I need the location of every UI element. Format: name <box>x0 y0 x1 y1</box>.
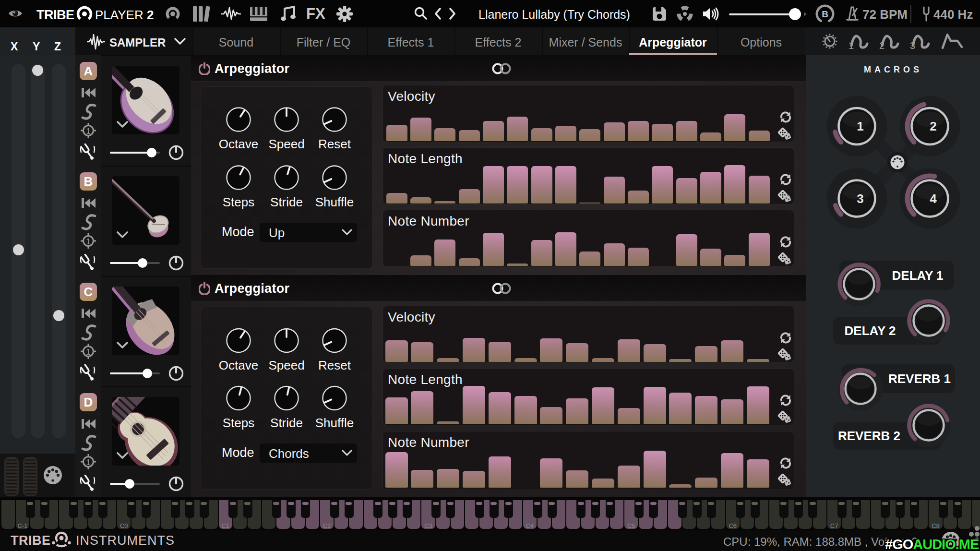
svg-text:3: 3 <box>910 40 915 51</box>
svg-text:1: 1 <box>849 40 854 51</box>
svg-text:1: 1 <box>86 237 90 246</box>
svg-text:2: 2 <box>879 40 884 51</box>
svg-text:1: 1 <box>86 458 90 467</box>
svg-text:1: 1 <box>86 127 90 136</box>
svg-text:1: 1 <box>86 347 90 357</box>
svg-text:B: B <box>822 9 828 19</box>
